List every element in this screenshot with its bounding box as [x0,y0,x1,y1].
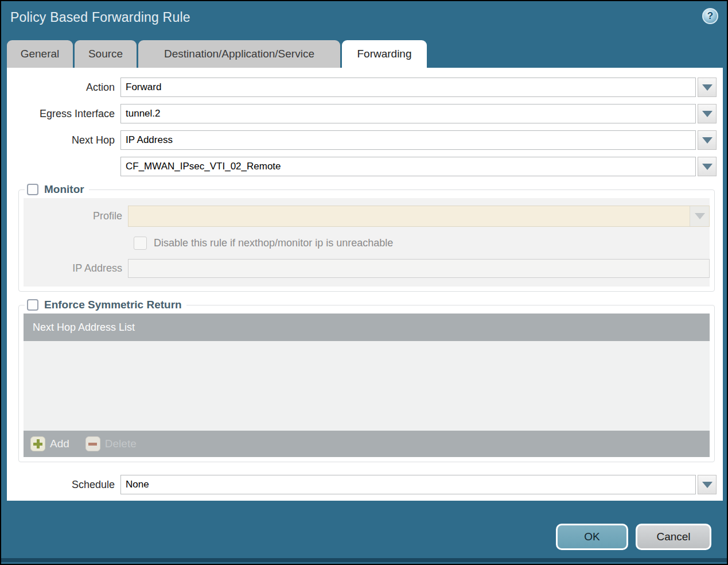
monitor-ip-address-label: IP Address [24,262,128,274]
monitor-checkbox[interactable] [27,184,38,195]
tab-bar: General Source Destination/Application/S… [7,40,427,68]
action-dropdown-button[interactable] [698,78,717,97]
monitor-section: Monitor Profile Disable this rule if ne [18,183,715,292]
next-hop-dropdown-button[interactable] [698,130,717,150]
chevron-down-icon [702,164,713,170]
egress-interface-label: Egress Interface [7,108,120,120]
chevron-down-icon [702,137,713,144]
action-input[interactable] [120,78,696,97]
enforce-symmetric-return-label: Enforce Symmetric Return [44,299,182,311]
enforce-symmetric-return-section: Enforce Symmetric Return Next Hop Addres… [18,299,715,462]
next-hop-address-list-body [24,341,710,431]
disable-rule-checkbox-disabled [134,237,147,250]
schedule-dropdown-button[interactable] [698,475,717,494]
profile-dropdown-button-disabled [690,206,709,226]
next-hop-address-list-footer: Add Delete [24,431,710,457]
tab-general[interactable]: General [7,40,73,68]
chevron-down-icon [695,213,705,219]
monitor-body: Profile Disable this rule if nexthop/mon… [24,198,710,287]
dialog-title: Policy Based Forwarding Rule [10,10,190,25]
next-hop-address-list-table: Next Hop Address List Add [24,314,710,457]
cancel-button[interactable]: Cancel [636,524,711,550]
egress-interface-combo [120,104,717,123]
next-hop-row: Next Hop [7,130,717,150]
disable-rule-label: Disable this rule if nexthop/monitor ip … [154,237,393,249]
add-button-label: Add [50,438,69,450]
minus-icon [85,436,100,451]
monitor-ip-address-row: IP Address [24,259,710,278]
plus-icon [30,436,45,451]
next-hop-address-row [7,157,717,176]
action-row: Action [7,78,717,97]
chevron-down-icon [702,482,713,488]
tab-source[interactable]: Source [75,40,137,68]
enforce-symmetric-return-legend: Enforce Symmetric Return [25,299,186,311]
next-hop-address-input[interactable] [120,157,696,176]
help-icon[interactable]: ? [702,8,718,24]
profile-input-disabled [128,206,710,227]
monitor-legend: Monitor [25,183,89,196]
next-hop-combo [120,130,717,150]
delete-button-label: Delete [105,438,137,450]
dialog-button-bar: OK Cancel [556,524,711,550]
policy-based-forwarding-dialog: Policy Based Forwarding Rule ? General S… [1,1,727,564]
ok-button[interactable]: OK [556,524,628,550]
egress-interface-dropdown-button[interactable] [698,104,717,123]
monitor-ip-address-input-disabled [128,259,710,278]
schedule-combo [120,475,717,494]
disable-rule-row: Disable this rule if nexthop/monitor ip … [134,237,710,250]
window-bottom-edge [1,558,727,562]
tab-forwarding[interactable]: Forwarding [342,40,427,68]
schedule-label: Schedule [7,479,120,491]
delete-button-disabled: Delete [85,436,137,451]
next-hop-address-dropdown-button[interactable] [698,157,717,176]
egress-interface-input[interactable] [120,104,696,123]
forwarding-tab-panel: Action Egress Interface Ne [7,68,723,501]
help-icon-glyph: ? [707,10,713,22]
add-button[interactable]: Add [30,436,69,451]
next-hop-address-combo [120,157,717,176]
tab-destination-application-service[interactable]: Destination/Application/Service [138,40,340,68]
profile-label: Profile [24,210,128,222]
next-hop-label: Next Hop [7,134,120,146]
action-combo [120,78,717,97]
enforce-symmetric-return-checkbox[interactable] [27,299,38,311]
chevron-down-icon [702,84,713,91]
action-label: Action [7,82,120,94]
profile-row: Profile [24,206,710,227]
next-hop-address-list-header: Next Hop Address List [24,314,710,341]
next-hop-type-input[interactable] [120,130,696,150]
window-frame: Policy Based Forwarding Rule ? General S… [0,0,728,565]
schedule-row: Schedule [7,475,717,494]
chevron-down-icon [702,111,713,117]
egress-interface-row: Egress Interface [7,104,717,123]
schedule-input[interactable] [120,475,696,494]
monitor-section-label: Monitor [44,183,84,196]
